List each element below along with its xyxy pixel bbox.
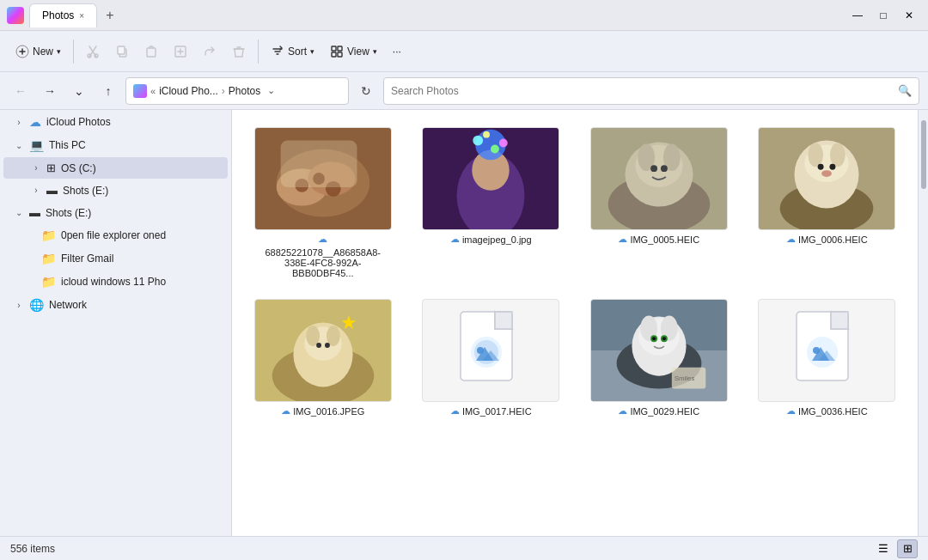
sidebar-item-filter-gmail[interactable]: 📁 Filter Gmail	[3, 247, 228, 270]
file-name: ☁ IMG_0016.JPEG	[259, 405, 388, 417]
file-item[interactable]: Smiles ☁ IMG_0029.HEIC	[578, 292, 740, 423]
file-grid: ☁ 68825221078__A86858A8-338E-4FC8-992A-B…	[239, 117, 911, 427]
photo-thumb-1	[255, 127, 391, 230]
sidebar-shots2-label: Shots (E:)	[46, 207, 221, 219]
sidebar-item-os-c[interactable]: › ⊞ OS (C:)	[3, 157, 228, 179]
forward-button[interactable]: →	[38, 79, 62, 103]
svg-point-45	[821, 170, 832, 177]
file-item[interactable]: ★ ☁ IMG_0016.JPEG	[242, 292, 404, 423]
breadcrumb-double-arrow: «	[150, 86, 156, 96]
sidebar-item-shots-e2[interactable]: ⌄ ▬ Shots (E:)	[3, 202, 228, 223]
thumbnail	[254, 127, 392, 230]
sort-button[interactable]: Sort ▾	[264, 36, 321, 67]
paste-icon	[144, 45, 158, 58]
toolbar: New ▾ Sort ▾ View ▾ ···	[0, 31, 928, 72]
cloud-icon: ☁	[450, 405, 460, 417]
copy-icon	[115, 45, 129, 58]
sidebar-shots1-label: Shots (E:)	[63, 185, 221, 197]
scrollbar[interactable]	[918, 110, 928, 536]
file-name: ☁ IMG_0017.HEIC	[426, 405, 555, 417]
svg-rect-7	[332, 46, 336, 51]
plus-icon	[15, 45, 29, 58]
breadcrumb-part1: iCloud Pho...	[159, 85, 218, 97]
thumbnail	[422, 299, 559, 402]
photo-thumb-3	[591, 127, 727, 230]
cloud-icon: ☁	[786, 405, 796, 417]
history-button[interactable]: ⌄	[67, 79, 91, 103]
cloud-icon: ☁	[318, 234, 327, 245]
expand-arrow-thispc: ⌄	[14, 141, 24, 150]
rename-icon	[174, 45, 187, 58]
svg-point-43	[818, 164, 824, 170]
file-item[interactable]: ☁ imagejpeg_0.jpg	[411, 120, 572, 285]
tab-title: Photos	[42, 9, 74, 21]
tab-close-button[interactable]: ×	[79, 11, 84, 21]
back-button[interactable]: ←	[9, 79, 33, 103]
sidebar-item-this-pc[interactable]: ⌄ 💻 This PC	[3, 134, 228, 156]
refresh-button[interactable]: ↻	[354, 79, 378, 103]
close-button[interactable]: ✕	[897, 6, 921, 25]
address-bar: ← → ⌄ ↑ « iCloud Pho... › Photos ⌄ ↻ 🔍	[0, 72, 928, 110]
paste-button[interactable]	[137, 36, 165, 67]
cut-button[interactable]	[79, 36, 107, 67]
generic-file-icon-2	[792, 307, 861, 393]
minimize-button[interactable]: —	[846, 6, 870, 25]
content-area: ☁ 68825221078__A86858A8-338E-4FC8-992A-B…	[232, 110, 918, 536]
file-item[interactable]: ☁ IMG_0005.HEIC	[578, 120, 740, 285]
file-item[interactable]: ☁ 68825221078__A86858A8-338E-4FC8-992A-B…	[242, 120, 404, 285]
sidebar-item-shots-e1[interactable]: › ▬ Shots (E:)	[3, 180, 228, 201]
sidebar-item-0pen[interactable]: 📁 0pen file explorer oned	[3, 224, 228, 247]
photo-thumb-7: Smiles	[591, 299, 727, 402]
file-item[interactable]: ☁ IMG_0036.HEIC	[747, 292, 908, 423]
svg-point-25	[483, 131, 490, 138]
search-box[interactable]: 🔍	[383, 77, 919, 105]
thumbnail: ★	[254, 299, 392, 402]
more-button[interactable]: ···	[386, 36, 408, 67]
folder-icon-icloud-win: 📁	[41, 275, 56, 289]
status-bar: 556 items ☰ ⊞	[0, 536, 928, 560]
svg-rect-5	[147, 48, 156, 57]
sidebar-item-icloud-photos[interactable]: › ☁ iCloud Photos	[3, 111, 228, 133]
folder-icon-gmail: 📁	[41, 252, 56, 265]
file-item[interactable]: ☁ IMG_0006.HEIC	[747, 120, 908, 285]
svg-point-52	[316, 343, 321, 348]
main-layout: › ☁ iCloud Photos ⌄ 💻 This PC › ⊞ OS (C:…	[0, 110, 928, 536]
view-button[interactable]: View ▾	[323, 36, 384, 67]
breadcrumb-app-icon	[133, 84, 147, 98]
network-icon: 🌐	[29, 298, 44, 312]
sidebar-item-network[interactable]: › 🌐 Network	[3, 294, 228, 316]
breadcrumb-dropdown-arrow[interactable]: ⌄	[267, 85, 275, 96]
scrollbar-track	[920, 112, 927, 534]
scrollbar-thumb[interactable]	[921, 120, 926, 189]
share-icon	[203, 45, 217, 58]
delete-button[interactable]	[225, 36, 253, 67]
active-tab[interactable]: Photos ×	[29, 3, 97, 27]
rename-button[interactable]	[167, 36, 194, 67]
new-tab-button[interactable]: +	[102, 8, 117, 23]
expand-arrow-network: ›	[14, 301, 24, 310]
sort-dropdown-arrow: ▾	[310, 47, 314, 56]
share-button[interactable]	[196, 36, 223, 67]
cloud-icon: ☁	[450, 234, 460, 245]
generic-file-icon	[456, 307, 525, 393]
sidebar-icloud-label: iCloud Photos	[46, 116, 221, 128]
tiles-view-button[interactable]: ⊞	[897, 539, 918, 558]
file-item[interactable]: ☁ IMG_0017.HEIC	[411, 292, 572, 423]
details-view-button[interactable]: ☰	[873, 539, 894, 558]
search-input[interactable]	[391, 85, 893, 97]
thumbnail: Smiles	[590, 299, 728, 402]
maximize-button[interactable]: □	[871, 6, 895, 25]
cloud-icon: ☁	[786, 234, 796, 245]
view-icon	[330, 45, 344, 58]
up-button[interactable]: ↑	[96, 79, 120, 103]
sidebar-item-icloud-win[interactable]: 📁 icloud windows 11 Pho	[3, 271, 228, 293]
file-name: ☁ IMG_0029.HEIC	[595, 405, 723, 417]
title-bar-left: Photos × +	[7, 3, 839, 27]
toolbar-sep-2	[258, 40, 259, 64]
copy-button[interactable]	[108, 36, 136, 67]
photo-thumb-2	[423, 127, 559, 230]
new-button[interactable]: New ▾	[9, 36, 68, 67]
breadcrumb[interactable]: « iCloud Pho... › Photos ⌄	[125, 77, 349, 105]
toolbar-sep-1	[73, 40, 74, 64]
file-name: ☁ IMG_0036.HEIC	[762, 405, 891, 417]
